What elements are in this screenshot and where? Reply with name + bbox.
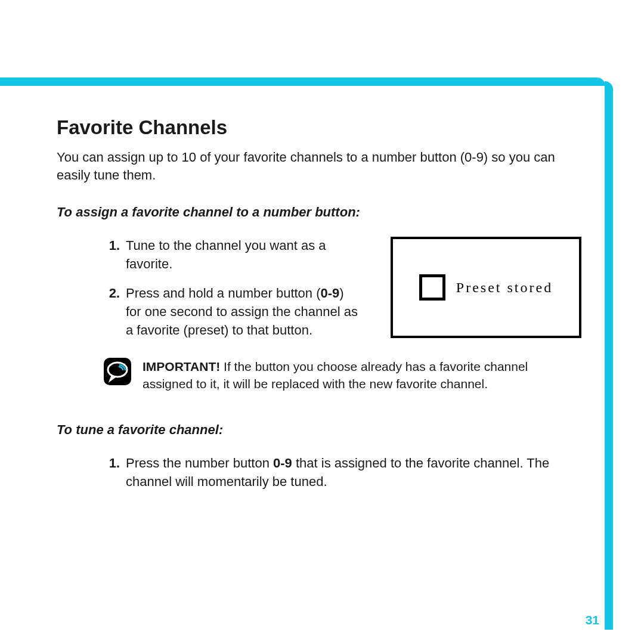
list-item: 2. Press and hold a number button (0-9) … [57, 284, 361, 339]
list-number: 1. [103, 454, 126, 491]
tune-list: 1. Press the number button 0-9 that is a… [57, 454, 581, 491]
display-screen: Preset stored [391, 237, 581, 338]
list-text: Press the number button 0-9 that is assi… [126, 454, 581, 491]
intro-paragraph: You can assign up to 10 of your favorite… [57, 148, 581, 184]
list-number: 2. [103, 284, 126, 339]
assign-list: 1. Tune to the channel you want as a fav… [57, 237, 361, 339]
display-square-icon [419, 274, 445, 301]
list-item: 1. Tune to the channel you want as a fav… [57, 237, 361, 274]
list-text: Press and hold a number button (0-9) for… [126, 284, 361, 339]
side-accent-bar [605, 81, 613, 630]
display-label: Preset stored [456, 280, 553, 296]
page-title: Favorite Channels [57, 116, 581, 139]
list-item: 1. Press the number button 0-9 that is a… [57, 454, 581, 491]
header-accent-bar [0, 78, 605, 86]
tune-subhead: To tune a favorite channel: [57, 422, 581, 438]
page-number: 31 [586, 613, 599, 627]
list-number: 1. [103, 237, 126, 274]
speech-bubble-icon [103, 357, 132, 386]
important-note: IMPORTANT! If the button you choose alre… [103, 357, 581, 392]
page-content: Favorite Channels You can assign up to 1… [57, 116, 581, 491]
list-text: Tune to the channel you want as a favori… [126, 237, 361, 274]
note-text: IMPORTANT! If the button you choose alre… [143, 357, 581, 392]
assign-subhead: To assign a favorite channel to a number… [57, 205, 581, 220]
assign-row: 1. Tune to the channel you want as a fav… [57, 237, 581, 339]
